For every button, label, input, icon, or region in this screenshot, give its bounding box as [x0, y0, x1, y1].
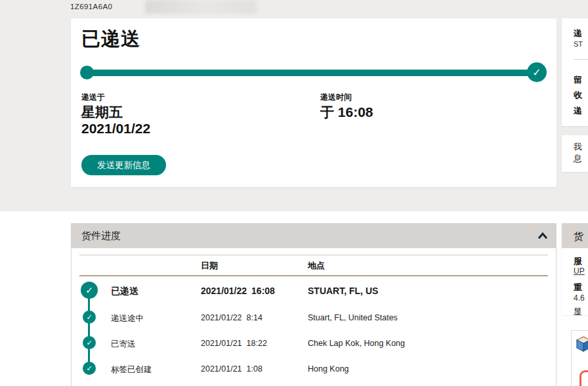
right-panel-c-weight-label: 重: [574, 282, 582, 293]
progress-start-dot: [80, 66, 94, 79]
table-top-rule: [79, 255, 548, 255]
event-time: 8:14: [247, 313, 262, 322]
check-glyph: ✓: [86, 313, 92, 322]
right-panel-divider: [574, 59, 588, 60]
event-check-icon: ✓: [83, 336, 96, 349]
right-panel-c-title: 货: [574, 230, 583, 243]
right-panel-a-line1: 递: [574, 28, 582, 39]
event-date: 2021/01/21: [201, 364, 242, 374]
right-panel-notify: 我 息: [562, 135, 588, 172]
right-panel-c-show-more-link[interactable]: 显: [574, 306, 582, 315]
event-location: Chek Lap Kok, Hong Kong: [308, 339, 405, 348]
check-glyph: ✓: [85, 285, 93, 295]
right-panel-c-service-link[interactable]: UP: [574, 267, 585, 276]
column-header-date: 日期: [201, 260, 218, 272]
event-datetime: 2021/01/2216:08: [201, 286, 275, 296]
event-location: STUART, FL, US: [308, 286, 378, 296]
event-time: 18:22: [247, 339, 267, 348]
right-panel-c-weight-value: 4.6: [574, 293, 585, 303]
right-panel-a-line5: 递: [574, 105, 582, 117]
delivered-on-label: 递送于: [81, 92, 105, 103]
event-check-icon: ✓: [83, 311, 96, 324]
right-panel-shipment-details: 货 服 UP 重 4.6 显: [562, 223, 588, 315]
column-header-location: 地点: [308, 260, 325, 272]
right-panel-a-line3: 留: [574, 74, 582, 86]
shipment-progress-card: 货件进度 日期 地点 ✓ 已递送 2021/01/2216:08 STUART,…: [71, 223, 556, 386]
event-check-icon: ✓: [83, 362, 96, 375]
timeline-connector: [88, 290, 90, 369]
event-location: Stuart, FL, United States: [308, 313, 398, 322]
right-panel-delivery-info: 递 ST 留 收 递: [562, 18, 588, 126]
assistant-action-button[interactable]: [579, 370, 588, 386]
event-datetime: 2021/01/211:08: [201, 364, 262, 374]
shipment-progress-title: 货件进度: [81, 230, 121, 242]
tracking-number: 1Z691A6A0: [70, 3, 112, 11]
event-status: 已递送: [111, 286, 138, 297]
delivered-date: 2021/01/22: [81, 120, 150, 137]
event-status: 递送途中: [111, 313, 144, 324]
event-time: 1:08: [247, 364, 262, 374]
delivery-status-title: 已递送: [81, 26, 140, 53]
shipment-progress-header[interactable]: 货件进度: [71, 223, 556, 248]
delivered-day: 星期五: [81, 104, 123, 120]
right-panel-c-header[interactable]: 货: [562, 223, 588, 248]
right-panel-c-service-label: 服: [574, 255, 582, 267]
right-panel-b-line2: 息: [574, 153, 582, 165]
progress-bar: [81, 70, 546, 76]
event-datetime: 2021/01/228:14: [201, 313, 262, 322]
event-location: Hong Kong: [308, 364, 349, 374]
right-panel-a-line2: ST: [574, 40, 583, 48]
event-status: 标签已创建: [111, 364, 152, 375]
package-cube-icon[interactable]: [576, 336, 588, 352]
event-date: 2021/01/22: [201, 313, 242, 322]
check-glyph: ✓: [86, 339, 92, 347]
event-datetime: 2021/01/2118:22: [201, 339, 267, 348]
check-glyph: ✓: [532, 66, 541, 79]
event-check-icon: ✓: [81, 282, 98, 299]
event-date: 2021/01/21: [201, 339, 242, 348]
tracking-number-redaction: [145, 0, 257, 14]
check-glyph: ✓: [86, 364, 92, 373]
delivery-time-value: 于 16:08: [320, 104, 373, 120]
delivery-status-card: 已递送 ✓ 递送于 星期五 2021/01/22 递送时间 于 16:08 发送…: [71, 18, 556, 187]
progress-complete-check-icon: ✓: [527, 62, 547, 82]
delivery-time-label: 递送时间: [320, 92, 352, 103]
send-updates-button[interactable]: 发送更新信息: [81, 155, 166, 175]
event-time: 16:08: [251, 286, 275, 296]
event-date: 2021/01/22: [201, 286, 247, 296]
event-status: 已寄送: [111, 339, 136, 350]
assistant-widget: [571, 330, 588, 386]
right-panel-b-line1: 我: [574, 141, 582, 153]
right-panel-a-line4: 收: [574, 89, 582, 101]
chevron-up-icon[interactable]: [537, 232, 548, 240]
table-header-rule: [79, 275, 548, 276]
